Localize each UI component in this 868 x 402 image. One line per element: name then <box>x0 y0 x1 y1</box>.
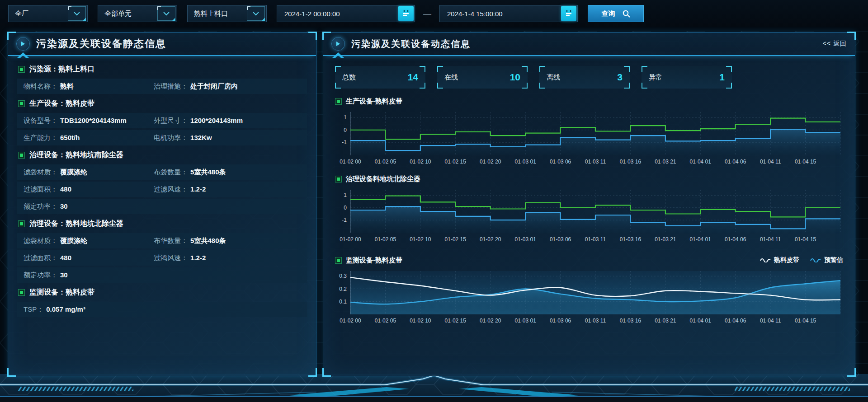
chevron-down-icon[interactable] <box>247 6 265 21</box>
field-label: 过鸿风速： <box>154 254 188 262</box>
field-label: 生产能力： <box>24 134 57 142</box>
query-button[interactable]: 查询 <box>588 5 644 22</box>
field: 布华数量：5室共480条 <box>154 237 226 245</box>
field-value: 5室共480条 <box>190 168 226 177</box>
field-value: 30 <box>60 271 68 279</box>
legend-label: 熟料皮带 <box>774 256 799 264</box>
select-point[interactable]: 熟料上料口 <box>187 5 267 22</box>
field: 设备型号：TDB1200*204143mm <box>24 117 154 125</box>
field-value: 480 <box>60 254 71 262</box>
stat-label: 异常 <box>649 73 662 82</box>
svg-text:01-02 15: 01-02 15 <box>445 318 467 324</box>
field-label: 额定功率： <box>24 271 57 280</box>
field: 过鸿风速：1.2-2 <box>154 254 206 262</box>
green-square-icon <box>335 176 342 182</box>
field-label: TSP： <box>24 305 43 314</box>
field-row: 物料名称：熟料治理措施：处于封闭厂房内 <box>17 79 307 94</box>
step-chart-treatment[interactable]: 10-101-02 0001-02 0501-02 1001-02 1501-0… <box>335 186 844 244</box>
field-label: 布袋数量： <box>154 168 188 177</box>
svg-text:1: 1 <box>344 192 347 198</box>
play-icon <box>331 37 345 51</box>
panel-corner <box>7 32 16 40</box>
green-square-icon <box>18 66 25 73</box>
search-icon <box>623 10 630 18</box>
panel-corner <box>308 368 317 377</box>
stat-label: 总数 <box>342 73 356 82</box>
svg-text:01-03 16: 01-03 16 <box>620 236 642 243</box>
field: 治理措施：处于封闭厂房内 <box>154 82 238 91</box>
field-value: 1200*204143mm <box>190 117 243 124</box>
date-start-value: 2024-1-2 00:00:00 <box>284 10 340 18</box>
svg-text:01-03 11: 01-03 11 <box>585 236 606 243</box>
field-label: 滤袋材质： <box>24 168 57 177</box>
field: 布袋数量：5室共480条 <box>154 168 226 177</box>
range-separator: — <box>423 9 431 19</box>
svg-text:01-02 20: 01-02 20 <box>480 318 501 324</box>
svg-text:01-03 11: 01-03 11 <box>585 318 606 324</box>
chart-title: 生产设备-熟料皮带 <box>346 97 402 106</box>
field: 额定功率：30 <box>24 202 154 211</box>
svg-text:01-02 05: 01-02 05 <box>375 318 396 324</box>
stat-value: 1 <box>719 72 725 83</box>
back-button[interactable]: << 返回 <box>823 40 847 48</box>
legend-item-material-belt[interactable]: 熟料皮带 <box>760 256 799 264</box>
section-title: 生产设备：熟料皮带 <box>29 99 94 108</box>
stat-value: 10 <box>510 72 520 83</box>
svg-text:01-02 00: 01-02 00 <box>340 236 361 243</box>
select-unit[interactable]: 全部单元 <box>98 5 177 22</box>
field-value: 覆膜涤纶 <box>60 237 87 245</box>
section-row: 治理设备：熟料地坑南除尘器 <box>17 147 307 163</box>
panel-corner <box>847 368 856 377</box>
svg-text:-1: -1 <box>342 217 347 223</box>
svg-text:0.2: 0.2 <box>339 286 347 292</box>
field-value: 1.2-2 <box>190 254 206 262</box>
svg-text:0: 0 <box>344 127 347 133</box>
select-plant[interactable]: 全厂 <box>8 5 88 22</box>
chevron-down-icon[interactable] <box>157 6 175 21</box>
step-chart-production[interactable]: 10-101-02 0001-02 0501-02 1001-02 1501-0… <box>335 108 844 166</box>
chevron-glyph <box>253 12 259 16</box>
field-row: 滤袋材质：覆膜涤纶布华数量：5室共480条 <box>17 233 307 248</box>
svg-text:01-04 01: 01-04 01 <box>690 236 712 243</box>
green-square-icon <box>335 257 342 264</box>
line-chart-monitor[interactable]: 0.10.20.301-02 0001-02 0501-02 1001-02 1… <box>335 267 844 325</box>
svg-text:01-02 05: 01-02 05 <box>375 159 396 165</box>
svg-text:01-03 01: 01-03 01 <box>514 159 536 165</box>
static-panel-header: 污染源及关联设备静态信息 <box>8 33 316 56</box>
stat-value: 3 <box>617 72 623 83</box>
page-title: 污染源及关联设备静态信息 <box>36 37 166 51</box>
field: 额定功率：30 <box>24 271 154 280</box>
chart-production-equipment: 生产设备-熟料皮带 10-101-02 0001-02 0501-02 1001… <box>335 96 843 166</box>
svg-text:01-02 05: 01-02 05 <box>375 236 396 243</box>
svg-text:01-02 10: 01-02 10 <box>410 318 431 324</box>
field-row: 生产能力：650t/h电机功率：132Kw <box>17 130 307 145</box>
section-row: 生产设备：熟料皮带 <box>17 96 307 111</box>
field-label: 外型尺寸： <box>154 117 188 125</box>
field-label: 滤袋材质： <box>24 237 57 245</box>
field-row: 额定功率：30 <box>17 199 307 214</box>
date-end-input[interactable]: 2024-1-4 15:00:00 <box>439 5 578 22</box>
svg-text:01-02 15: 01-02 15 <box>445 236 467 243</box>
field-label: 治理措施： <box>154 82 188 91</box>
field: 过滤风速：1.2-2 <box>154 185 206 194</box>
date-start-input[interactable]: 2024-1-2 00:00:00 <box>277 5 415 22</box>
static-info-rows: 污染源：熟料上料口物料名称：熟料治理措施：处于封闭厂房内生产设备：熟料皮带设备型… <box>8 56 316 317</box>
legend-item-warning[interactable]: 预警信 <box>810 256 843 264</box>
stat-label: 离线 <box>547 73 560 82</box>
field-label: 设备型号： <box>24 117 57 125</box>
stat-value: 14 <box>408 72 418 83</box>
calendar-icon[interactable] <box>398 6 414 21</box>
svg-text:01-02 00: 01-02 00 <box>340 159 361 165</box>
field-label: 额定功率： <box>24 202 57 211</box>
chevron-down-icon[interactable] <box>68 6 86 21</box>
section-row: 治理设备：熟料地坑北除尘器 <box>17 216 307 231</box>
field: 滤袋材质：覆膜涤纶 <box>24 168 154 177</box>
svg-text:0: 0 <box>344 205 347 211</box>
select-point-value: 熟料上料口 <box>194 9 228 18</box>
chevron-glyph <box>74 12 80 16</box>
stat-total: 总数 14 <box>335 66 425 89</box>
chevron-glyph <box>163 12 170 16</box>
field-value: 5室共480条 <box>190 237 226 245</box>
select-unit-value: 全部单元 <box>104 9 132 18</box>
calendar-icon[interactable] <box>561 6 576 21</box>
